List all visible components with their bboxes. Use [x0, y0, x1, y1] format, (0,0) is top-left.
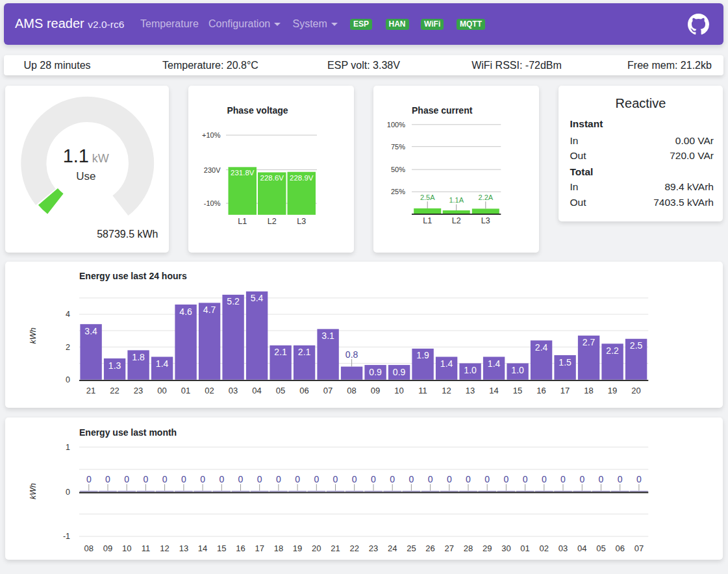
svg-text:0: 0 [66, 375, 70, 384]
svg-text:L1: L1 [423, 216, 432, 225]
svg-text:5.4: 5.4 [251, 293, 264, 303]
svg-text:3.1: 3.1 [321, 331, 334, 341]
svg-text:01: 01 [520, 543, 529, 553]
svg-text:2.1: 2.1 [274, 347, 287, 357]
svg-text:07: 07 [634, 543, 644, 553]
svg-text:0: 0 [200, 474, 205, 484]
svg-text:2.5: 2.5 [630, 340, 643, 351]
svg-text:2.2A: 2.2A [478, 193, 493, 201]
svg-text:0: 0 [484, 474, 490, 484]
svg-text:2.1: 2.1 [298, 347, 311, 357]
svg-text:Use: Use [76, 170, 95, 182]
svg-text:Energy use last 24 hours: Energy use last 24 hours [79, 271, 187, 281]
svg-text:2.7: 2.7 [583, 337, 596, 347]
svg-text:25%: 25% [391, 188, 405, 195]
svg-text:2: 2 [66, 343, 70, 352]
svg-text:1.1A: 1.1A [449, 196, 464, 204]
svg-text:L1: L1 [238, 217, 247, 226]
svg-text:03: 03 [559, 543, 568, 553]
svg-text:26: 26 [425, 543, 434, 553]
svg-text:3.4: 3.4 [84, 326, 97, 336]
svg-text:75%: 75% [391, 142, 405, 150]
svg-text:+10%: +10% [202, 131, 221, 139]
svg-text:4.6: 4.6 [179, 306, 192, 317]
svg-text:2.2: 2.2 [606, 345, 619, 356]
svg-text:0: 0 [66, 488, 70, 497]
svg-text:06: 06 [299, 386, 308, 395]
svg-text:12: 12 [442, 386, 451, 395]
svg-text:1.4: 1.4 [156, 358, 169, 369]
svg-text:29: 29 [483, 543, 492, 553]
svg-text:1.0: 1.0 [511, 365, 524, 375]
svg-text:L2: L2 [268, 217, 277, 226]
svg-text:14: 14 [489, 386, 498, 395]
svg-text:0: 0 [560, 474, 566, 484]
svg-text:24: 24 [388, 543, 397, 553]
svg-text:19: 19 [608, 386, 617, 395]
svg-text:5.2: 5.2 [227, 296, 240, 306]
svg-text:08: 08 [84, 543, 94, 553]
svg-text:0: 0 [333, 474, 338, 484]
svg-text:2.4: 2.4 [535, 342, 548, 353]
svg-text:4: 4 [66, 310, 70, 319]
svg-text:0.8: 0.8 [345, 349, 358, 360]
svg-text:50%: 50% [391, 166, 405, 173]
svg-text:1.4: 1.4 [488, 358, 501, 369]
svg-text:0: 0 [86, 474, 92, 484]
svg-text:0: 0 [276, 474, 281, 484]
svg-text:07: 07 [323, 386, 333, 395]
svg-text:0: 0 [162, 474, 168, 484]
svg-text:0: 0 [181, 474, 186, 484]
svg-text:100%: 100% [387, 120, 405, 128]
svg-text:Energy use last month: Energy use last month [79, 427, 177, 438]
svg-text:1.0: 1.0 [464, 365, 477, 375]
svg-text:19: 19 [293, 543, 302, 553]
svg-text:03: 03 [229, 386, 238, 395]
svg-text:05: 05 [276, 386, 285, 395]
svg-text:0: 0 [636, 474, 642, 484]
svg-text:0: 0 [295, 474, 300, 484]
svg-text:1.4: 1.4 [440, 358, 453, 369]
svg-text:21: 21 [331, 543, 340, 553]
svg-text:10: 10 [394, 386, 403, 395]
svg-text:0: 0 [371, 474, 376, 484]
svg-text:09: 09 [371, 386, 380, 395]
svg-text:04: 04 [252, 386, 261, 395]
svg-text:0: 0 [238, 474, 244, 484]
svg-text:kWh: kWh [29, 483, 38, 499]
svg-text:0: 0 [618, 474, 623, 484]
svg-text:16: 16 [236, 543, 245, 553]
svg-text:0: 0 [390, 474, 395, 484]
svg-text:21: 21 [86, 386, 95, 395]
svg-text:1.5: 1.5 [559, 357, 571, 368]
svg-text:228.6V: 228.6V [260, 174, 284, 182]
svg-text:10: 10 [122, 543, 131, 553]
svg-text:02: 02 [205, 386, 214, 395]
svg-text:1.9: 1.9 [416, 350, 429, 360]
svg-text:0: 0 [409, 474, 414, 484]
svg-text:231.8V: 231.8V [231, 169, 255, 177]
svg-text:14: 14 [198, 543, 207, 553]
svg-text:0: 0 [599, 474, 604, 484]
svg-text:08: 08 [347, 386, 356, 395]
svg-text:25: 25 [407, 543, 416, 553]
svg-text:0: 0 [579, 474, 584, 484]
svg-text:22: 22 [110, 386, 119, 395]
svg-text:0: 0 [523, 474, 528, 484]
svg-text:06: 06 [615, 543, 624, 553]
svg-text:1: 1 [66, 443, 70, 452]
svg-text:0: 0 [352, 474, 357, 484]
svg-text:230V: 230V [204, 166, 221, 173]
svg-text:11: 11 [142, 543, 151, 553]
svg-text:1.3: 1.3 [108, 360, 121, 371]
svg-text:30: 30 [501, 543, 510, 553]
svg-text:27: 27 [445, 543, 454, 553]
svg-text:Phase current: Phase current [412, 105, 473, 116]
svg-text:0: 0 [447, 474, 452, 484]
svg-text:L3: L3 [481, 216, 490, 225]
svg-text:0: 0 [542, 474, 547, 484]
svg-text:4.7: 4.7 [203, 305, 216, 315]
svg-text:kWh: kWh [29, 327, 38, 343]
svg-text:17: 17 [560, 386, 570, 395]
svg-text:20: 20 [631, 386, 640, 395]
